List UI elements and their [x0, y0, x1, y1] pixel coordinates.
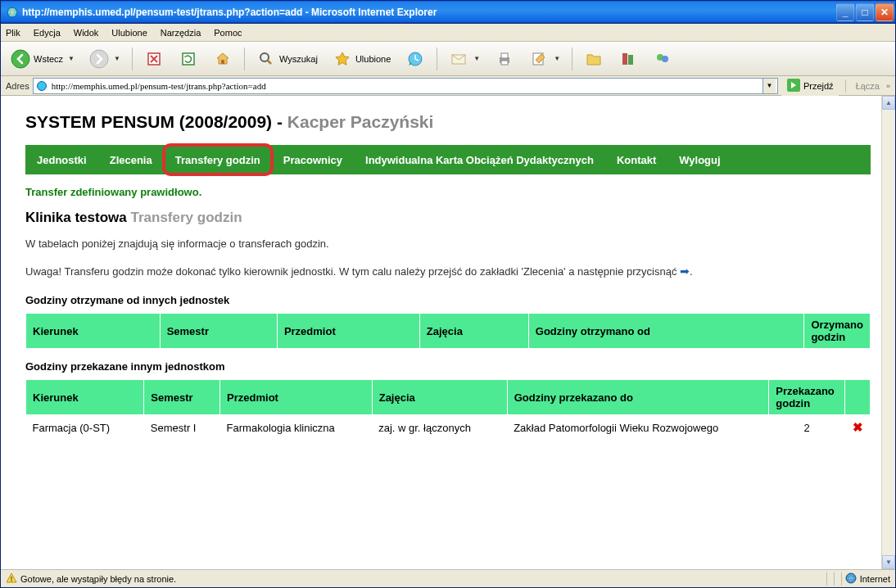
messenger-button[interactable] [648, 46, 677, 72]
toolbar: Wstecz ▼ ▼ Wyszukaj Ulubione ▼ ▼ [1, 42, 895, 76]
statusbar: ! Gotowe, ale wystąpiły błędy na stronie… [1, 569, 895, 587]
mail-button[interactable]: ▼ [444, 46, 485, 72]
svg-point-6 [260, 53, 269, 61]
go-icon [786, 78, 801, 94]
back-button[interactable]: Wstecz ▼ [6, 46, 79, 72]
research-button[interactable] [613, 46, 643, 72]
refresh-icon [179, 49, 198, 69]
folder-icon [584, 49, 604, 69]
scroll-down-icon[interactable]: ▼ [882, 555, 895, 569]
user-name: Kacper Paczyński [287, 112, 434, 131]
table1-title: Godziny otrzymane od innych jednostek [25, 294, 871, 306]
address-input[interactable] [52, 81, 763, 91]
col-przekazano-godzin: Przekazano godzin [769, 380, 845, 415]
print-button[interactable] [490, 46, 519, 72]
svg-rect-5 [221, 60, 224, 64]
svg-rect-14 [628, 55, 633, 65]
stop-icon [144, 49, 164, 69]
nav-wyloguj[interactable]: Wyloguj [667, 145, 731, 174]
menu-ulubione[interactable]: Ulubione [111, 28, 147, 38]
edit-button[interactable]: ▼ [524, 46, 565, 72]
forward-icon [89, 49, 109, 69]
address-input-wrap[interactable]: ▼ [33, 78, 778, 94]
back-icon [11, 49, 30, 69]
forward-button[interactable]: ▼ [84, 46, 125, 72]
close-button[interactable]: ✕ [876, 3, 894, 21]
cell-przekazano-do: Zakład Patomorfologii Wieku Rozwojowego [507, 415, 769, 441]
folder-button[interactable] [579, 46, 609, 72]
menu-pomoc[interactable]: Pomoc [214, 28, 242, 38]
col-przekazano-do: Godziny przekazano do [507, 380, 769, 415]
table-row: Farmacja (0-ST) Semestr I Farmakologia k… [26, 415, 871, 441]
maximize-button[interactable]: □ [856, 3, 874, 21]
received-hours-table: Kierunek Semestr Przedmiot Zajęcia Godzi… [25, 313, 871, 349]
print-icon [495, 49, 514, 69]
page-title: SYSTEM PENSUM (2008/2009) - Kacper Paczy… [25, 112, 871, 132]
chevron-down-icon: ▼ [114, 55, 120, 62]
warning-icon: ! [6, 572, 17, 586]
arrow-right-icon[interactable]: ➡ [680, 265, 690, 278]
chevron-down-icon: ▼ [68, 55, 75, 62]
delete-icon[interactable]: ✖ [853, 420, 863, 434]
menu-narzedzia[interactable]: Narzędzia [161, 28, 201, 38]
nav-kontakt[interactable]: Kontakt [605, 145, 667, 174]
col-semestr: Semestr [160, 314, 277, 349]
svg-rect-4 [183, 53, 194, 65]
col-zajecia: Zajęcia [372, 380, 507, 415]
sent-hours-table: Kierunek Semestr Przedmiot Zajęcia Godzi… [25, 379, 871, 440]
messenger-icon [653, 49, 672, 69]
stop-button[interactable] [139, 46, 169, 72]
menubar: Plik Edycja Widok Ulubione Narzędzia Pom… [1, 24, 895, 42]
scroll-up-icon[interactable]: ▲ [882, 96, 895, 110]
status-message: Transfer zdefiniowany prawidłowo. [25, 186, 871, 198]
nav-zlecenia[interactable]: Zlecenia [98, 145, 164, 174]
address-dropdown-button[interactable]: ▼ [763, 79, 776, 93]
search-button[interactable]: Wyszukaj [251, 46, 323, 72]
col-kierunek: Kierunek [26, 314, 161, 349]
svg-rect-10 [501, 53, 508, 58]
svg-text:!: ! [11, 575, 13, 583]
nav-karta-obciazen[interactable]: Indywidualna Karta Obciążeń Dydaktycznyc… [354, 145, 605, 174]
go-button[interactable]: Przejdź [781, 76, 839, 96]
nav-transfery-godzin[interactable]: Transfery godzin [164, 145, 272, 174]
section-title: Klinika testowa Transfery godzin [25, 210, 871, 226]
col-przedmiot: Przedmiot [277, 314, 419, 349]
page-body: SYSTEM PENSUM (2008/2009) - Kacper Paczy… [1, 96, 895, 456]
col-przedmiot: Przedmiot [220, 380, 373, 415]
svg-point-1 [11, 50, 29, 68]
status-right-text: Internet [860, 574, 890, 584]
table-header-row: Kierunek Semestr Przedmiot Zajęcia Godzi… [26, 314, 871, 349]
section-title-main: Klinika testowa [25, 210, 130, 225]
ie-icon [6, 6, 19, 19]
table-header-row: Kierunek Semestr Przedmiot Zajęcia Godzi… [26, 380, 871, 415]
nav-jednostki[interactable]: Jednostki [25, 145, 98, 174]
warning-text: Uwaga! Transferu godzin może dokonać tyl… [25, 265, 871, 278]
col-otrzymano-godzin: Orzymano godzin [804, 314, 871, 349]
search-label: Wyszukaj [279, 54, 318, 64]
info-text: W tabelach poniżej znajdują się informac… [25, 237, 871, 250]
refresh-button[interactable] [174, 46, 203, 72]
chevron-down-icon: ▼ [473, 55, 480, 62]
nav-pracownicy[interactable]: Pracownicy [272, 145, 354, 174]
home-button[interactable] [208, 46, 238, 72]
svg-point-2 [90, 50, 108, 68]
cell-przedmiot: Farmakologia kliniczna [220, 415, 373, 441]
menu-plik[interactable]: Plik [6, 28, 20, 38]
cell-semestr: Semestr I [144, 415, 220, 441]
minimize-button[interactable]: _ [836, 3, 854, 21]
home-icon [213, 49, 233, 69]
links-chevron-icon[interactable]: » [886, 82, 890, 90]
section-title-sub: Transfery godzin [130, 210, 242, 225]
vertical-scrollbar[interactable]: ▲ ▼ [881, 96, 895, 569]
cell-godzin: 2 [769, 415, 845, 441]
links-label[interactable]: Łącza [853, 81, 883, 91]
menu-edycja[interactable]: Edycja [34, 28, 61, 38]
page-icon [35, 79, 48, 93]
favorites-button[interactable]: Ulubione [328, 46, 396, 72]
svg-rect-13 [622, 53, 627, 65]
menu-widok[interactable]: Widok [74, 28, 99, 38]
status-left-text: Gotowe, ale wystąpiły błędy na stronie. [20, 574, 176, 584]
history-button[interactable] [400, 46, 430, 72]
window-title: http://memphis.umed.pl/pensum-test/jtran… [22, 7, 836, 18]
svg-point-16 [662, 56, 668, 62]
